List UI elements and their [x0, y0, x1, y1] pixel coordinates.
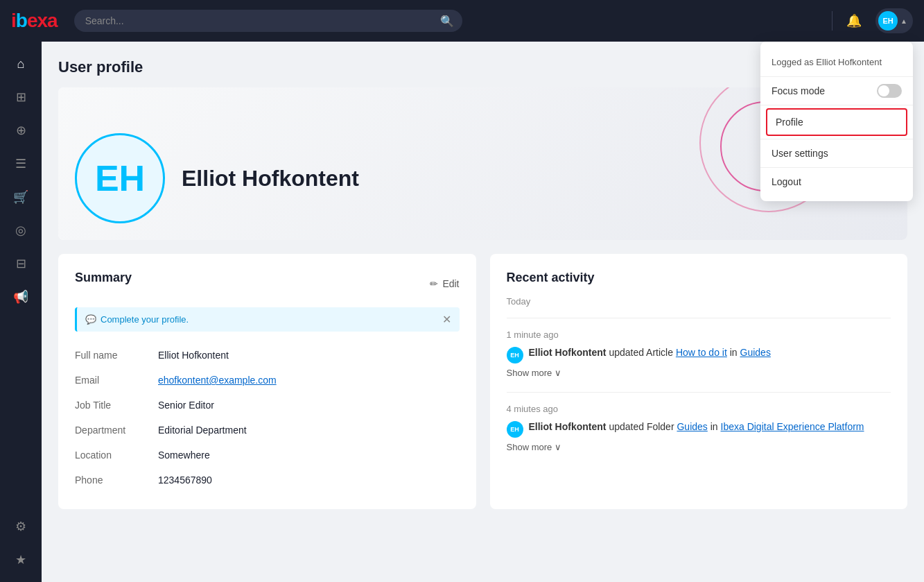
edit-label: Edit — [442, 278, 459, 289]
field-value-jobtitle: Senior Editor — [158, 393, 460, 418]
sidebar-item-commerce[interactable]: 🛒 — [6, 182, 36, 212]
activity-preposition-2: in — [711, 421, 721, 432]
sidebar-item-global[interactable]: ⊕ — [6, 115, 36, 146]
activity-location-link-2[interactable]: Ibexa Digital Experience Platform — [721, 421, 864, 432]
sidebar-item-pages[interactable]: ☰ — [6, 148, 36, 179]
activity-action-2: updated Folder — [609, 421, 677, 432]
chevron-down-icon-1: ∨ — [555, 368, 561, 378]
user-menu-button[interactable]: EH ▲ — [875, 8, 913, 33]
field-label-fullname: Full name — [75, 343, 158, 368]
edit-icon: ✏ — [430, 278, 438, 289]
dropdown-logout-item[interactable]: Logout — [760, 168, 913, 196]
show-more-label-2: Show more — [507, 442, 552, 452]
activity-avatar-1: EH — [507, 347, 523, 363]
activity-content-2: EH Elliot Hofkontent updated Folder Guid… — [507, 420, 891, 438]
activity-divider — [507, 318, 891, 318]
sidebar-item-dam[interactable]: ⊟ — [6, 248, 36, 279]
complete-profile-text: 💬 Complete your profile. — [85, 314, 189, 325]
sidebar-item-targeting[interactable]: ◎ — [6, 215, 36, 246]
search-input[interactable] — [74, 10, 462, 32]
globe-icon: ⊕ — [16, 123, 26, 138]
dropdown-header: Logged as Elliot Hofkontent — [760, 47, 913, 77]
table-row: Phone 1234567890 — [75, 468, 460, 493]
field-label-jobtitle: Job Title — [75, 393, 158, 418]
logged-as-label: Logged as Elliot Hofkontent — [772, 57, 882, 67]
cart-icon: 🛒 — [13, 189, 28, 205]
complete-profile-message: Complete your profile. — [101, 314, 189, 325]
profile-info: EH Elliot Hofkontent — [75, 133, 359, 223]
sidebar-item-notifications[interactable]: 📢 — [6, 282, 36, 312]
show-more-button-1[interactable]: Show more ∨ — [507, 368, 562, 378]
dam-icon: ⊟ — [16, 256, 26, 271]
table-row: Job Title Senior Editor — [75, 393, 460, 418]
activity-avatar-2: EH — [507, 421, 523, 438]
notifications-button[interactable]: 🔔 — [844, 10, 864, 31]
activity-day-label: Today — [507, 296, 891, 307]
field-label-department: Department — [75, 418, 158, 443]
table-row: Location Somewhere — [75, 443, 460, 468]
field-label-location: Location — [75, 443, 158, 468]
home-icon: ⌂ — [17, 57, 25, 71]
summary-title: Summary — [75, 271, 132, 285]
summary-card: Summary ✏ Edit 💬 Complete your profile. … — [58, 254, 476, 509]
summary-table: Full name Elliot Hofkontent Email ehofko… — [75, 343, 460, 493]
activity-text-1: Elliot Hofkontent updated Article How to… — [529, 345, 771, 360]
show-more-label-1: Show more — [507, 368, 552, 378]
activity-item-link-2[interactable]: Guides — [677, 421, 707, 432]
sidebar-item-favorites[interactable]: ★ — [6, 545, 36, 575]
activity-text-2: Elliot Hofkontent updated Folder Guides … — [529, 420, 864, 434]
activity-time-2: 4 miutes ago — [507, 404, 891, 414]
field-value-location: Somewhere — [158, 443, 460, 468]
activity-location-link-1[interactable]: Guides — [740, 347, 771, 358]
activity-username-1: Elliot Hofkontent — [529, 347, 607, 358]
field-value-phone: 1234567890 — [158, 468, 460, 493]
activity-title: Recent activity — [507, 271, 595, 284]
megaphone-icon: 📢 — [13, 289, 28, 305]
focus-mode-row: Focus mode — [760, 77, 913, 105]
toggle-knob — [878, 85, 889, 96]
activity-action-1: updated Article — [609, 347, 676, 358]
recent-activity-card: Recent activity Today 1 minute ago EH El… — [490, 254, 908, 509]
sidebar-item-home[interactable]: ⌂ — [6, 49, 36, 79]
field-label-email: Email — [75, 368, 158, 393]
navbar-right: 🔔 EH ▲ — [832, 8, 913, 33]
star-icon: ★ — [15, 552, 26, 567]
activity-username-2: Elliot Hofkontent — [529, 421, 607, 432]
summary-header: Summary ✏ Edit — [75, 271, 460, 296]
dropdown-divider-1 — [760, 105, 913, 105]
sidebar-item-content-tree[interactable]: ⊞ — [6, 82, 36, 112]
avatar-initials: EH — [95, 157, 145, 199]
email-link[interactable]: ehofkontent@example.com — [158, 375, 277, 386]
table-row: Email ehofkontent@example.com — [75, 368, 460, 393]
pages-icon: ☰ — [15, 156, 26, 171]
chevron-down-icon-2: ∨ — [555, 442, 561, 452]
complete-profile-banner: 💬 Complete your profile. ✕ — [75, 307, 460, 332]
focus-mode-toggle[interactable] — [877, 84, 902, 98]
sidebar-item-settings[interactable]: ⚙ — [6, 511, 36, 542]
field-value-email: ehofkontent@example.com — [158, 368, 460, 393]
settings-icon: ⚙ — [15, 519, 26, 534]
profile-name: Elliot Hofkontent — [182, 166, 359, 191]
info-icon: 💬 — [85, 314, 96, 325]
dropdown-user-settings-item[interactable]: User settings — [760, 139, 913, 167]
edit-button[interactable]: ✏ Edit — [430, 278, 459, 289]
dropdown-profile-item[interactable]: Profile — [766, 108, 907, 136]
activity-item-link-1[interactable]: How to do it — [676, 347, 727, 358]
table-row: Full name Elliot Hofkontent — [75, 343, 460, 368]
field-value-department: Editorial Department — [158, 418, 460, 443]
cards-row: Summary ✏ Edit 💬 Complete your profile. … — [58, 254, 907, 509]
field-value-fullname: Elliot Hofkontent — [158, 343, 460, 368]
chevron-up-icon: ▲ — [900, 17, 907, 25]
close-banner-button[interactable]: ✕ — [442, 313, 451, 326]
navbar: ibexa 🔍 🔔 EH ▲ Logged as Elliot Hofkonte… — [0, 0, 924, 42]
show-more-button-2[interactable]: Show more ∨ — [507, 442, 562, 452]
user-avatar-small: EH — [878, 11, 898, 31]
activity-time-1: 1 minute ago — [507, 329, 891, 340]
activity-divider-2 — [507, 392, 891, 393]
activity-content-1: EH Elliot Hofkontent updated Article How… — [507, 345, 891, 363]
activity-item-1: 1 minute ago EH Elliot Hofkontent update… — [507, 329, 891, 378]
profile-avatar: EH — [75, 133, 165, 223]
logo: ibexa — [11, 10, 58, 32]
table-row: Department Editorial Department — [75, 418, 460, 443]
focus-mode-label: Focus mode — [772, 85, 825, 96]
